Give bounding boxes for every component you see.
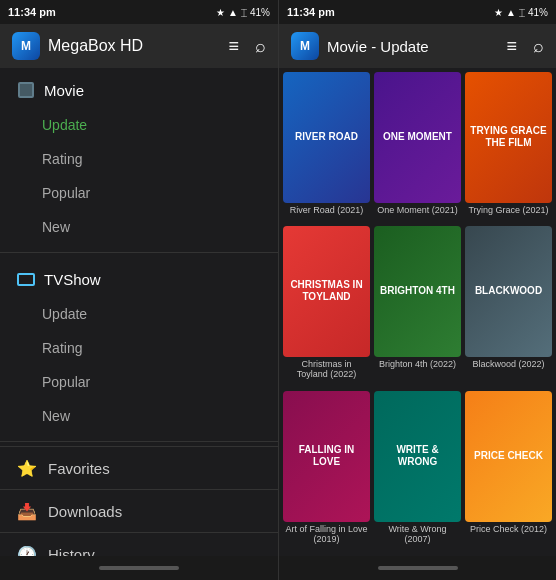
main-search-icon[interactable]: ⌕ (533, 36, 544, 57)
tvshow-section: TVShow Update Rating Popular New (0, 257, 278, 437)
movie-poster-inner-2: TRYING GRACE THE FILM (465, 72, 552, 203)
movie-poster-inner-8: PRICE CHECK (465, 391, 552, 522)
movie-poster-inner-4: BRIGHTON 4TH (374, 226, 461, 357)
movie-poster-5: BLACKWOOD (465, 226, 552, 357)
movie-grid: RIVER ROADRiver Road (2021)ONE MOMENTOne… (279, 68, 556, 556)
app-header: M MegaBox HD ≡ ⌕ (0, 24, 278, 68)
history-label: History (48, 546, 95, 557)
right-status-bar: 11:34 pm ★ ▲ ⌶ 41% (279, 0, 556, 24)
sidebar-item-movie-update[interactable]: Update (0, 108, 278, 142)
movie-icon (16, 80, 36, 100)
favorites-icon: ⭐ (16, 457, 38, 479)
movie-section: Movie Update Rating Popular New (0, 68, 278, 248)
movie-poster-inner-6: FALLING IN LOVE (283, 391, 370, 522)
movie-title-0: River Road (2021) (283, 203, 370, 220)
main-title: Movie - Update (327, 38, 429, 55)
status-icons: ★ ▲ ⌶ 41% (216, 7, 270, 18)
sidebar-item-tvshow-new[interactable]: New (0, 399, 278, 433)
left-bottom-bar (0, 556, 278, 580)
movie-card-2[interactable]: TRYING GRACE THE FILMTrying Grace (2021) (465, 72, 552, 222)
movie-card-0[interactable]: RIVER ROADRiver Road (2021) (283, 72, 370, 222)
movie-poster-2: TRYING GRACE THE FILM (465, 72, 552, 203)
movie-poster-4: BRIGHTON 4TH (374, 226, 461, 357)
home-indicator (99, 566, 179, 570)
sidebar-item-tvshow-rating[interactable]: Rating (0, 331, 278, 365)
sidebar-item-tvshow-popular[interactable]: Popular (0, 365, 278, 399)
movie-poster-inner-3: CHRISTMAS IN TOYLAND (283, 226, 370, 357)
movie-card-7[interactable]: WRITE & WRONGWrite & Wrong (2007) (374, 391, 461, 552)
sidebar-item-tvshow-update[interactable]: Update (0, 297, 278, 331)
downloads-icon: 📥 (16, 500, 38, 522)
right-signal-icon: ⌶ (519, 7, 525, 18)
right-home-indicator (378, 566, 458, 570)
right-bottom-bar (279, 556, 556, 580)
movie-card-1[interactable]: ONE MOMENTOne Moment (2021) (374, 72, 461, 222)
right-status-icons: ★ ▲ ⌶ 41% (494, 7, 548, 18)
movie-card-3[interactable]: CHRISTMAS IN TOYLANDChristmas in Toyland… (283, 226, 370, 387)
movie-poster-inner-0: RIVER ROAD (283, 72, 370, 203)
left-panel: 11:34 pm ★ ▲ ⌶ 41% M MegaBox HD ≡ ⌕ Movi… (0, 0, 278, 580)
sidebar-item-history[interactable]: 🕐 History (0, 532, 278, 556)
wifi-icon: ▲ (228, 7, 238, 18)
movie-card-4[interactable]: BRIGHTON 4THBrighton 4th (2022) (374, 226, 461, 387)
movie-title-7: Write & Wrong (2007) (374, 522, 461, 550)
movie-poster-7: WRITE & WRONG (374, 391, 461, 522)
movie-title-5: Blackwood (2022) (465, 357, 552, 374)
battery-text: 41% (250, 7, 270, 18)
tvshow-section-header[interactable]: TVShow (0, 261, 278, 297)
history-icon: 🕐 (16, 543, 38, 556)
right-wifi-icon: ▲ (506, 7, 516, 18)
sidebar-item-downloads[interactable]: 📥 Downloads (0, 489, 278, 532)
app-title: MegaBox HD (48, 37, 143, 55)
movie-poster-inner-7: WRITE & WRONG (374, 391, 461, 522)
menu-icon[interactable]: ≡ (228, 36, 239, 57)
favorites-label: Favorites (48, 460, 110, 477)
app-logo: M (12, 32, 40, 60)
movie-card-5[interactable]: BLACKWOODBlackwood (2022) (465, 226, 552, 387)
movie-poster-1: ONE MOMENT (374, 72, 461, 203)
search-icon[interactable]: ⌕ (255, 36, 266, 57)
bluetooth-icon: ★ (216, 7, 225, 18)
movie-section-label: Movie (44, 82, 84, 99)
movie-poster-6: FALLING IN LOVE (283, 391, 370, 522)
right-panel: 11:34 pm ★ ▲ ⌶ 41% M Movie - Update ≡ ⌕ … (278, 0, 556, 580)
sidebar-item-movie-rating[interactable]: Rating (0, 142, 278, 176)
downloads-label: Downloads (48, 503, 122, 520)
main-menu-icon[interactable]: ≡ (506, 36, 517, 57)
sidebar-item-favorites[interactable]: ⭐ Favorites (0, 446, 278, 489)
sidebar-nav: Movie Update Rating Popular New TVShow U… (0, 68, 278, 556)
movie-title-8: Price Check (2012) (465, 522, 552, 539)
movie-section-header[interactable]: Movie (0, 72, 278, 108)
movie-poster-inner-1: ONE MOMENT (374, 72, 461, 203)
movie-title-4: Brighton 4th (2022) (374, 357, 461, 374)
sidebar-item-movie-popular[interactable]: Popular (0, 176, 278, 210)
movie-title-6: Art of Falling in Love (2019) (283, 522, 370, 550)
time-display: 11:34 pm (8, 6, 56, 18)
movie-title-3: Christmas in Toyland (2022) (283, 357, 370, 385)
movie-poster-8: PRICE CHECK (465, 391, 552, 522)
movie-poster-0: RIVER ROAD (283, 72, 370, 203)
status-bar: 11:34 pm ★ ▲ ⌶ 41% (0, 0, 278, 24)
signal-icon: ⌶ (241, 7, 247, 18)
movie-poster-3: CHRISTMAS IN TOYLAND (283, 226, 370, 357)
right-bluetooth-icon: ★ (494, 7, 503, 18)
movie-card-8[interactable]: PRICE CHECKPrice Check (2012) (465, 391, 552, 552)
tvshow-icon (16, 269, 36, 289)
movie-poster-inner-5: BLACKWOOD (465, 226, 552, 357)
right-battery-text: 41% (528, 7, 548, 18)
sidebar-item-movie-new[interactable]: New (0, 210, 278, 244)
main-header: M Movie - Update ≡ ⌕ (279, 24, 556, 68)
movie-title-2: Trying Grace (2021) (465, 203, 552, 220)
movie-card-6[interactable]: FALLING IN LOVEArt of Falling in Love (2… (283, 391, 370, 552)
tvshow-section-label: TVShow (44, 271, 101, 288)
right-time-display: 11:34 pm (287, 6, 335, 18)
movie-title-1: One Moment (2021) (374, 203, 461, 220)
main-app-logo: M (291, 32, 319, 60)
